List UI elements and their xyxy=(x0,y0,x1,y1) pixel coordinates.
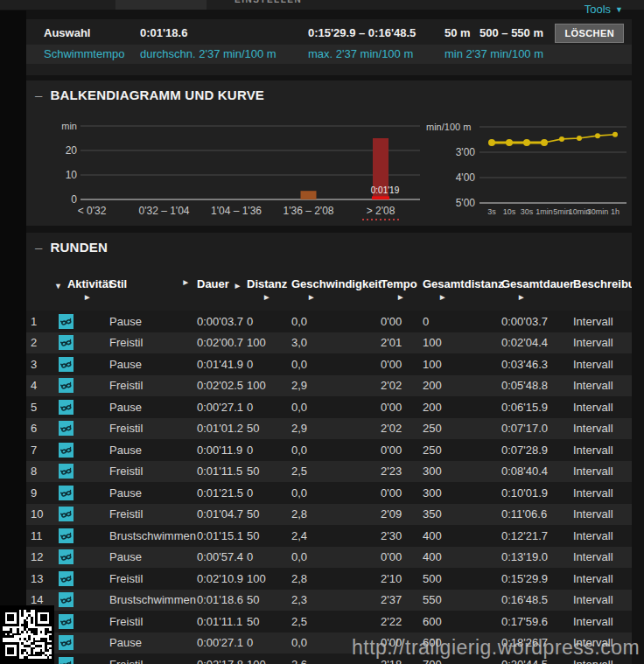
lap-activity xyxy=(47,464,109,479)
lap-beschreibung: Intervall xyxy=(573,572,632,585)
lap-geschwindigkeit: 3,0 xyxy=(291,336,381,349)
col-beschreibung[interactable]: Beschreibung xyxy=(573,268,632,311)
col-distanz[interactable]: Distanz ▶ xyxy=(247,268,291,311)
svg-text:3s: 3s xyxy=(487,207,496,216)
lap-distanz: 100 xyxy=(247,379,291,392)
tab-clipped[interactable]: EINSTELLEN xyxy=(234,0,315,10)
sort-icon[interactable]: ▶ xyxy=(519,293,573,301)
table-row[interactable]: 1 Pause 0:00'03.7 0 0,0 0'00 0 0:00'03.7… xyxy=(26,311,632,332)
col-aktivitaet[interactable]: ▼ Aktivität ▶ xyxy=(47,268,109,311)
sort-icon[interactable]: ▶ xyxy=(184,278,188,311)
lap-gesamtdauer: 0:16'48.5 xyxy=(501,593,573,606)
sort-icon[interactable]: ▶ xyxy=(85,293,112,301)
lap-beschreibung: Intervall xyxy=(573,486,632,500)
table-row[interactable]: 15 Freistil 0:01'11.1 50 2,5 2'22 600 0:… xyxy=(26,611,632,633)
delete-selection-button[interactable]: LÖSCHEN xyxy=(555,24,624,43)
laps-section-title[interactable]: –RUNDEN xyxy=(35,240,108,255)
lap-stil: Pause xyxy=(109,315,197,328)
table-row[interactable]: 11 Brustschwimmen 0:01'15.1 50 2,4 2'30 … xyxy=(26,525,632,547)
col-geschwindigkeit[interactable]: Geschwindigkeit ▶ xyxy=(291,268,381,311)
lap-tempo: 2'37 xyxy=(381,593,423,606)
lap-gesamtdauer: 0:00'03.7 xyxy=(501,315,573,328)
lap-activity xyxy=(47,314,109,329)
col-gesamtdistanz[interactable]: Gesamtdistanz ▶ xyxy=(423,268,501,311)
tab-clipped-label: EINSTELLEN xyxy=(234,0,315,4)
lap-gesamtdistanz: 550 xyxy=(423,593,501,606)
table-row[interactable]: 2 Freistil 0:02'00.7 100 3,0 2'01 100 0:… xyxy=(26,332,632,354)
lap-gesamtdauer: 0:07'17.0 xyxy=(501,422,573,435)
lap-beschreibung: Intervall xyxy=(573,615,632,628)
swim-goggles-icon xyxy=(59,400,74,415)
sort-icon[interactable]: ▶ xyxy=(440,293,501,301)
lap-beschreibung: Intervall xyxy=(573,550,632,563)
lap-activity xyxy=(47,571,109,586)
lap-distanz: 0 xyxy=(247,358,291,371)
lap-geschwindigkeit: 2,5 xyxy=(291,615,381,628)
swim-goggles-icon xyxy=(59,657,74,664)
col-dauer[interactable]: Dauer▶ xyxy=(197,268,247,311)
lap-number: 10 xyxy=(26,507,47,521)
lap-geschwindigkeit: 2,4 xyxy=(291,529,381,542)
lap-dauer: 0:02'00.7 xyxy=(197,336,247,349)
table-row[interactable]: 3 Pause 0:01'41.9 0 0,0 0'00 100 0:03'46… xyxy=(26,353,632,375)
qr-watermark xyxy=(0,605,54,664)
selection-label: Auswahl xyxy=(44,26,90,39)
lap-stil: Brustschwimmen xyxy=(109,593,197,606)
table-row[interactable]: 8 Freistil 0:01'11.5 50 2,5 2'23 300 0:0… xyxy=(26,461,632,483)
lap-distanz: 100 xyxy=(247,572,291,585)
swim-goggles-icon xyxy=(59,378,74,393)
charts-section-title[interactable]: –BALKENDIAGRAMM UND KURVE xyxy=(35,87,264,102)
sort-icon[interactable]: ▶ xyxy=(264,293,291,301)
lap-gesamtdistanz: 300 xyxy=(423,486,501,500)
lap-distanz: 0 xyxy=(247,315,291,328)
swim-goggles-icon xyxy=(59,421,74,436)
table-row[interactable]: 9 Pause 0:01'21.5 0 0,0 0'00 300 0:10'01… xyxy=(26,482,632,504)
sort-icon[interactable]: ▶ xyxy=(235,283,240,289)
col-tempo[interactable]: Tempo ▶ xyxy=(381,268,423,311)
lap-number: 2 xyxy=(26,336,47,349)
lap-stil: Freistil xyxy=(109,422,197,435)
sort-icon[interactable]: ▶ xyxy=(309,293,381,301)
lap-gesamtdistanz: 600 xyxy=(423,615,501,628)
table-row[interactable]: 4 Freistil 0:02'02.5 100 2,9 2'02 200 0:… xyxy=(26,375,632,397)
col-stil[interactable]: Stil ▶ xyxy=(109,268,197,311)
left-margin-strip xyxy=(0,10,26,664)
table-row[interactable]: 12 Pause 0:00'57.4 0 0,0 0'00 400 0:13'1… xyxy=(26,547,632,569)
lap-beschreibung: Intervall xyxy=(573,529,632,542)
lap-gesamtdauer: 0:07'28.9 xyxy=(501,444,573,457)
tab-active[interactable] xyxy=(116,0,206,10)
tools-menu[interactable]: Tools▼ xyxy=(584,3,623,16)
lap-stil: Freistil xyxy=(109,658,197,664)
table-row[interactable]: 14 Brustschwimmen 0:01'18.6 50 2,3 2'37 … xyxy=(26,590,632,612)
lap-dauer: 0:01'04.7 xyxy=(197,507,247,521)
collapse-icon[interactable]: – xyxy=(35,240,43,255)
table-row[interactable]: 13 Freistil 0:02'10.9 100 2,8 2'10 500 0… xyxy=(26,568,632,590)
svg-text:min: min xyxy=(61,121,77,131)
pace-histogram-chart: min20100< 0'320'32 – 1'041'04 – 1'361'36… xyxy=(42,117,424,224)
lap-geschwindigkeit: 0,0 xyxy=(291,401,381,414)
lap-stil: Pause xyxy=(109,444,197,457)
lap-tempo: 2'09 xyxy=(381,507,423,521)
lap-stil: Brustschwimmen xyxy=(109,529,197,542)
collapse-icon[interactable]: – xyxy=(35,87,43,102)
filter-icon[interactable]: ▼ xyxy=(54,280,62,292)
svg-text:4'00: 4'00 xyxy=(456,171,476,184)
col-gesamtdauer[interactable]: Gesamtdauer ▶ xyxy=(501,268,573,311)
lap-gesamtdauer: 0:06'15.9 xyxy=(501,401,573,414)
lap-dauer: 0:00'57.4 xyxy=(197,550,247,563)
lap-gesamtdauer: 0:11'06.6 xyxy=(501,507,573,521)
lap-tempo: 2'01 xyxy=(381,336,423,349)
lap-dauer: 0:01'15.1 xyxy=(197,529,247,542)
laps-table-header: ▼ Aktivität ▶ Stil ▶ Dauer▶ Distanz ▶ Ge… xyxy=(26,268,632,311)
sort-icon[interactable]: ▶ xyxy=(398,293,423,301)
lap-gesamtdauer: 0:17'59.6 xyxy=(501,615,573,628)
lap-stil: Pause xyxy=(109,358,197,371)
table-row[interactable]: 5 Pause 0:00'27.1 0 0,0 0'00 200 0:06'15… xyxy=(26,396,632,418)
lap-dauer: 0:00'27.1 xyxy=(197,401,247,414)
table-row[interactable]: 7 Pause 0:00'11.9 0 0,0 0'00 250 0:07'28… xyxy=(26,439,632,461)
lap-number: 9 xyxy=(26,486,47,500)
table-row[interactable]: 10 Freistil 0:01'04.7 50 2,8 2'09 350 0:… xyxy=(26,504,632,526)
svg-text:0: 0 xyxy=(71,193,77,206)
table-row[interactable]: 6 Freistil 0:01'01.2 50 2,9 2'02 250 0:0… xyxy=(26,418,632,440)
lap-geschwindigkeit: 0,0 xyxy=(291,550,381,563)
